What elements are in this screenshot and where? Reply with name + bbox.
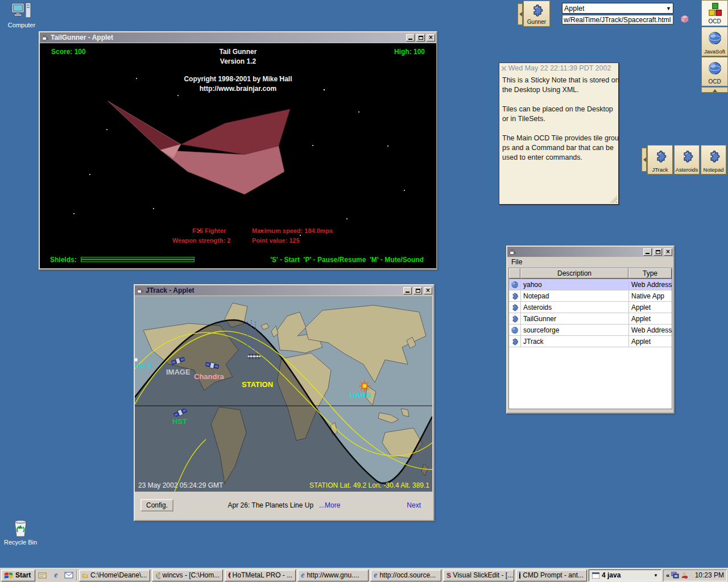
tiles-row-collapse-tab[interactable]	[642, 148, 647, 172]
puzzle-icon	[511, 315, 519, 323]
task-button-ie-gnu[interactable]: e http://www.gnu....	[297, 569, 369, 581]
asteroids-tile[interactable]: Asteroids	[674, 145, 700, 174]
shields-bar	[81, 257, 195, 262]
computer-desktop-icon[interactable]: Computer	[3, 1, 40, 28]
controls-help-text: 'S' - Start 'P' - Pause/Resume 'M' - Mut…	[270, 256, 424, 264]
jtrack-window-title: JTrack - Applet	[146, 286, 402, 294]
tray-expand-chevron[interactable]: «	[666, 572, 669, 579]
close-icon: ×	[425, 288, 430, 293]
task-group-java-button[interactable]: 4 java ▼	[589, 569, 661, 581]
close-button[interactable]: ×	[664, 248, 672, 256]
tailgunner-window-title: TailGunner - Applet	[51, 34, 404, 41]
task-button-wincvs[interactable]: wincvs - [C:\Hom...	[152, 569, 223, 581]
station-icon	[247, 354, 261, 359]
task-button-hotmetal[interactable]: HoTMetaL PRO - ...	[225, 569, 296, 581]
jtrack-control-bar: Config. Apr 26: The Planets Line Up ...M…	[135, 492, 433, 519]
messenger-icon[interactable]	[681, 572, 688, 579]
table-row[interactable]: Notepad Native App	[509, 290, 672, 302]
command-url-input[interactable]: w/RealTime/JTrack/Spacecraft.html	[562, 15, 673, 24]
puzzle-icon	[530, 3, 544, 17]
hotmetal-icon	[228, 571, 230, 579]
task-group-label: 4 java	[602, 571, 621, 579]
task-button-ie-ocd[interactable]: e http://ocd.source...	[370, 569, 441, 581]
tile-strip-collapse-tab[interactable]	[701, 87, 728, 93]
sticky-note-body: This is a Sticky Note that is stored on …	[499, 72, 618, 166]
task-button-cmd[interactable]: C:\ CMD Prompt - ant...	[516, 569, 587, 581]
row-description: sourceforge	[520, 325, 628, 335]
command-bar-collapse-tab[interactable]	[518, 3, 523, 25]
javasoft-tile-label: JavaSoft	[704, 48, 725, 55]
satellite-label: UARS	[350, 391, 371, 400]
satellite-world-map[interactable]: ine 3 IMAGE Chandra STATION UARS HST 23 …	[135, 296, 432, 492]
system-tray: « 10:23 PM	[663, 569, 727, 581]
clock[interactable]: 10:23 PM	[695, 571, 724, 579]
sticky-line: The Main OCD Tile provides tile grou	[502, 134, 615, 143]
applet-type-dropdown[interactable]: Applet ▼	[562, 3, 673, 14]
maximize-button[interactable]	[416, 34, 425, 41]
table-row[interactable]: yahoo Web Address	[509, 279, 672, 290]
gunner-tile[interactable]: Gunner	[523, 1, 550, 27]
start-button[interactable]: Start	[1, 569, 35, 581]
file-menu[interactable]: File	[511, 258, 522, 266]
recycle-bin-desktop-icon[interactable]: Recycle Bin	[2, 518, 39, 546]
tailgunner-titlebar[interactable]: TailGunner - Applet ×	[40, 32, 436, 43]
close-button[interactable]: ×	[427, 34, 435, 41]
task-button-explorer[interactable]: C:\Home\Deane\...	[79, 569, 150, 581]
ocd-globe-tile[interactable]: OCD	[701, 57, 728, 86]
internet-explorer-quicklaunch[interactable]: e	[50, 569, 61, 581]
task-button-slickedit[interactable]: S Visual SlickEdit - [...	[443, 569, 514, 581]
close-icon[interactable]: ×	[500, 65, 507, 72]
row-type: Native App	[628, 290, 672, 301]
game-title-text: Tail Gunner	[40, 48, 436, 56]
notepad-tile[interactable]: Notepad	[701, 145, 726, 174]
row-type: Web Address	[628, 279, 672, 290]
pink-cube-icon[interactable]	[680, 15, 689, 24]
sun-position-icon	[359, 380, 370, 392]
ie-icon: e	[54, 571, 57, 580]
javasoft-tile[interactable]: JavaSoft	[701, 27, 728, 56]
type-column-header[interactable]: Type	[628, 268, 672, 278]
chevron-left-icon	[641, 157, 646, 162]
map-time-text: 23 May 2002 05:24:29 GMT	[138, 481, 223, 489]
table-header-row: Description Type	[509, 268, 672, 279]
network-icon[interactable]	[671, 572, 679, 579]
show-desktop-quicklaunch[interactable]	[37, 569, 48, 581]
notepad-tile-label: Notepad	[704, 167, 724, 173]
table-row[interactable]: TailGunner Applet	[509, 313, 672, 325]
minimize-button[interactable]	[643, 248, 652, 256]
java-cup-icon	[41, 34, 49, 41]
table-row[interactable]: JTrack Applet	[509, 336, 672, 347]
menu-bar: File	[507, 257, 673, 267]
world-map	[135, 296, 432, 492]
globe-icon	[708, 61, 722, 76]
task-button-label: C:\Home\Deane\...	[90, 571, 147, 579]
sticky-line: the Desktop Using XML.	[502, 85, 615, 95]
description-column-header[interactable]: Description	[520, 268, 628, 278]
maximize-button[interactable]	[653, 248, 662, 256]
chevron-down-icon: ▼	[666, 6, 671, 11]
table-row[interactable]: sourceforge Web Address	[509, 325, 672, 336]
tile-manager-window: × File Description Type yahoo Web Addres…	[506, 246, 675, 414]
puzzle-icon	[680, 149, 694, 163]
envelope-icon	[64, 572, 73, 579]
row-type: Web Address	[628, 325, 672, 335]
tailgunner-game-area[interactable]: Score: 100 Tail Gunner High: 100 Version…	[40, 43, 436, 268]
more-link[interactable]: ...More	[319, 501, 340, 509]
minimize-button[interactable]	[406, 34, 415, 41]
next-link[interactable]: Next	[407, 501, 421, 509]
tile-manager-titlebar[interactable]: ×	[507, 247, 673, 257]
table-row[interactable]: Asteroids Applet	[509, 302, 672, 313]
jtrack-tile[interactable]: JTrack	[647, 145, 673, 174]
jtrack-titlebar[interactable]: JTrack - Applet ×	[135, 285, 433, 296]
chevron-left-icon	[517, 12, 522, 16]
gunner-tile-label: Gunner	[527, 19, 546, 26]
minimize-button[interactable]	[403, 287, 412, 294]
ocd-main-tile[interactable]: OCD	[701, 0, 728, 26]
maximize-button[interactable]	[413, 287, 422, 294]
satellite-label: ine 3	[135, 361, 152, 370]
outlook-express-quicklaunch[interactable]	[63, 569, 75, 581]
close-button[interactable]: ×	[424, 287, 432, 294]
resize-grip[interactable]	[610, 196, 617, 203]
task-button-label: http://ocd.source...	[379, 571, 436, 579]
puzzle-icon	[653, 149, 667, 163]
